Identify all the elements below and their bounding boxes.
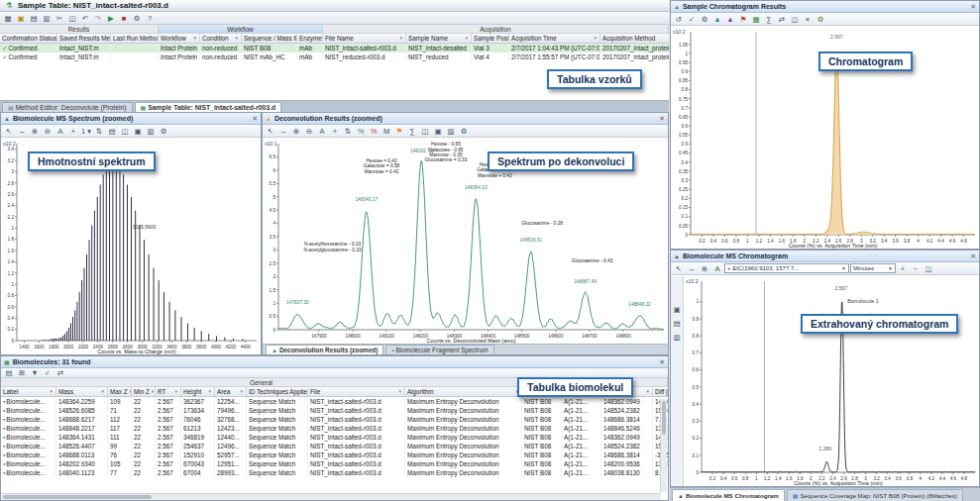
properties-icon[interactable]: ⚙ bbox=[158, 126, 169, 137]
table-row[interactable]: ▪Biomolecule...148364.2259109222.5673623… bbox=[1, 397, 668, 406]
list-icon[interactable]: ≡ bbox=[802, 14, 814, 25]
match-green-icon[interactable]: % bbox=[355, 126, 367, 137]
undo-zoom-icon[interactable]: ↺ bbox=[673, 14, 685, 25]
peak-labels-icon[interactable]: ⇅ bbox=[93, 126, 105, 137]
table-row[interactable]: ▪Biomolecule...148364.1431111222.5673468… bbox=[1, 433, 668, 442]
autoscale-icon[interactable]: A bbox=[711, 263, 723, 274]
table-row[interactable]: ▪Biomolecule...148688.6217112222.5677604… bbox=[1, 415, 668, 424]
overlay-icon[interactable]: ◫ bbox=[419, 126, 431, 137]
overlay-icon[interactable]: ◫ bbox=[789, 14, 801, 25]
open-icon[interactable]: ▣ bbox=[15, 13, 27, 24]
tab-sequence-coverage-map[interactable]: ▦ Sequence Coverage Map: NIST B08 (Prote… bbox=[787, 489, 963, 501]
close-icon[interactable]: ✕ bbox=[659, 115, 665, 123]
crosshair-icon[interactable]: + bbox=[329, 126, 341, 137]
copy-plot-icon[interactable]: ▣ bbox=[132, 126, 144, 137]
help-icon[interactable]: ? bbox=[144, 13, 156, 24]
settings-icon[interactable]: ⚙ bbox=[131, 13, 143, 24]
column-header[interactable]: ID Techniques Applied▼ bbox=[247, 387, 308, 396]
settings-icon[interactable]: ⚙ bbox=[699, 14, 710, 25]
column-header[interactable]: Area▼ bbox=[215, 387, 247, 396]
sum-icon[interactable]: ∑ bbox=[406, 126, 418, 137]
peak-labels-icon[interactable]: ⇅ bbox=[342, 126, 354, 137]
zoom-in-icon[interactable]: ⊕ bbox=[699, 263, 710, 274]
units-select[interactable]: Minutes ▼ bbox=[850, 263, 896, 273]
column-header[interactable]: Label▼ bbox=[1, 387, 56, 396]
redo-icon[interactable]: ↷ bbox=[92, 13, 104, 24]
cut-icon[interactable]: ✂ bbox=[54, 13, 65, 24]
close-icon[interactable]: ✕ bbox=[252, 115, 258, 123]
table-row[interactable]: ▪Biomolecule...148526.608571222.56717363… bbox=[1, 406, 668, 415]
zoom-tool-icon[interactable]: ▤ bbox=[671, 318, 683, 329]
zoom-out-icon[interactable]: ⊖ bbox=[303, 126, 315, 137]
match-red-icon[interactable]: % bbox=[368, 126, 380, 137]
pan-icon[interactable]: ↔ bbox=[16, 126, 28, 137]
horizontal-scrollbar[interactable] bbox=[1, 493, 661, 500]
biomolecule-chromatogram-chart[interactable]: 0.20.40.60.811.21.41.61.822.22.42.62.833… bbox=[684, 275, 979, 486]
pointer-icon[interactable]: ↖ bbox=[265, 126, 276, 137]
eic-remove-icon[interactable]: − bbox=[910, 263, 922, 274]
close-icon[interactable]: ✕ bbox=[970, 3, 976, 11]
vertical-scrollbar[interactable] bbox=[660, 399, 667, 492]
confirm-icon[interactable]: ✓ bbox=[686, 14, 698, 25]
confirm-icon[interactable]: ✓ bbox=[42, 367, 54, 378]
autoscale-icon[interactable]: A bbox=[54, 126, 66, 137]
column-header[interactable]: Sequence / Mass Modification▼ bbox=[242, 34, 297, 43]
chromatogram-view-icon[interactable]: ▲ bbox=[711, 14, 723, 25]
close-icon[interactable]: ✕ bbox=[970, 252, 976, 260]
undo-icon[interactable]: ↶ bbox=[79, 13, 91, 24]
stop-icon[interactable]: ■ bbox=[118, 13, 130, 24]
column-header[interactable]: Last Run Method▼ bbox=[111, 34, 159, 43]
more-settings-icon[interactable]: ⚙ bbox=[815, 14, 826, 25]
column-header[interactable]: Sample Name▼ bbox=[406, 34, 472, 43]
eic-select[interactable]: + EIC(1960.9103, 1577.7... ▼ bbox=[724, 263, 849, 273]
filter-icon[interactable]: ▼ bbox=[29, 367, 41, 378]
grid-icon[interactable]: ▤ bbox=[106, 126, 118, 137]
column-header[interactable]: File▼ bbox=[308, 387, 405, 396]
flag-icon[interactable]: ⚑ bbox=[393, 126, 405, 137]
column-header[interactable]: Diff (ppm)▼ bbox=[653, 387, 668, 396]
eic-add-icon[interactable]: + bbox=[897, 263, 909, 274]
column-header[interactable]: Sample Position▼ bbox=[472, 34, 509, 43]
tab-biomolecule-ms-chromatogram[interactable]: ▲ Biomolecule MS Chromatogram bbox=[672, 489, 785, 501]
run-icon[interactable]: ▶ bbox=[105, 13, 117, 24]
spectra-count-select[interactable]: 1 ▾ bbox=[80, 126, 92, 137]
column-header[interactable]: Algorithm▼ bbox=[405, 387, 522, 396]
column-header[interactable]: File Name▼ bbox=[323, 34, 406, 43]
tab-biomolecule-fragment-spectrum[interactable]: ▪ Biomolecule Fragment Spectrum bbox=[385, 345, 493, 354]
column-header[interactable]: Max Z▼ bbox=[108, 387, 132, 396]
spectrum-view-icon[interactable]: ▲ bbox=[724, 14, 736, 25]
table-settings-icon[interactable]: ▤ bbox=[3, 367, 15, 378]
table-row[interactable]: ▪Biomolecule...148526.440799222.56725463… bbox=[1, 442, 668, 451]
column-header[interactable]: Acquisition Time▼ bbox=[509, 34, 600, 43]
column-header[interactable]: Enzyme▼ bbox=[297, 34, 323, 43]
crosshair-icon[interactable]: + bbox=[67, 126, 79, 137]
pointer-icon[interactable]: ↖ bbox=[3, 126, 15, 137]
print-icon[interactable]: ▥ bbox=[41, 13, 53, 24]
column-header[interactable]: Height▼ bbox=[181, 387, 215, 396]
pan-icon[interactable]: ↔ bbox=[277, 126, 289, 137]
tab-sample-table[interactable]: ▦ Sample Table: NIST_intact-salted-r003.… bbox=[135, 102, 282, 112]
add-column-icon[interactable]: ⊞ bbox=[16, 367, 28, 378]
swap-axes-icon[interactable]: ⇄ bbox=[776, 14, 788, 25]
overlay-icon[interactable]: ◫ bbox=[923, 263, 934, 274]
tab-method-editor[interactable]: ▤ Method Editor: Deconvolute (Protein) bbox=[2, 102, 133, 112]
table-row[interactable]: ▪Biomolecule...148848.2217117222.5676121… bbox=[1, 424, 668, 433]
table-row[interactable]: ✓ConfirmedIntact_NIST.mIntact Proteinnon… bbox=[0, 44, 669, 52]
table-row[interactable]: ✓ConfirmedIntact_NIST.mIntact Proteinnon… bbox=[0, 52, 669, 61]
flag-icon[interactable]: ⚑ bbox=[737, 14, 749, 25]
pan-icon[interactable]: ↔ bbox=[686, 263, 698, 274]
column-header[interactable]: Condition▼ bbox=[200, 34, 242, 43]
column-header[interactable]: RT▼ bbox=[156, 387, 181, 396]
zoom-out-icon[interactable]: ⊖ bbox=[42, 126, 54, 137]
copy-plot-icon[interactable]: ▣ bbox=[432, 126, 444, 137]
properties-icon[interactable]: ⚙ bbox=[458, 126, 470, 137]
print-plot-icon[interactable]: ▥ bbox=[445, 126, 457, 137]
pointer-icon[interactable]: ↖ bbox=[673, 263, 685, 274]
table-row[interactable]: ▪Biomolecule...148202.9340105222.5676700… bbox=[1, 459, 668, 468]
column-header[interactable]: Workflow▼ bbox=[159, 34, 200, 43]
column-header[interactable]: Confirmation Status▼ bbox=[0, 34, 57, 43]
results-table-icon[interactable]: ▦ bbox=[750, 14, 762, 25]
zoom-in-icon[interactable]: ⊕ bbox=[29, 126, 41, 137]
autoscale-icon[interactable]: A bbox=[316, 126, 328, 137]
column-header[interactable]: Acquisition Method▼ bbox=[600, 34, 669, 43]
